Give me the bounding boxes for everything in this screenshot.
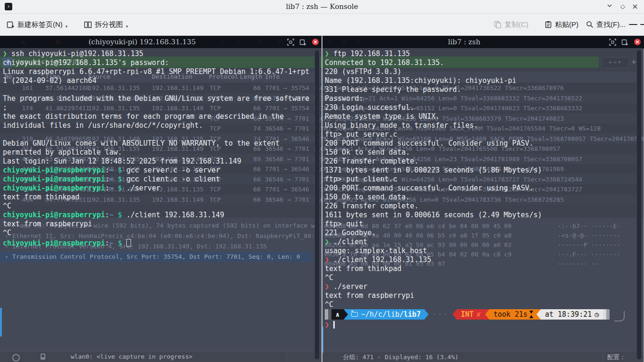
maximize-pane-icon[interactable] xyxy=(287,39,294,46)
tab-right[interactable]: lib7 : zsh xyxy=(322,36,644,48)
terminal-line: text from thinkpad xyxy=(3,193,322,202)
terminal-line: text from thinkpad xyxy=(325,264,644,273)
copy-icon xyxy=(494,21,502,28)
minimize-button[interactable] xyxy=(605,2,614,11)
scrollbar-left[interactable] xyxy=(314,50,320,360)
terminal-line: 220 (vsFTPd 3.0.3) xyxy=(325,67,644,76)
maximize-pane-icon[interactable] xyxy=(609,39,616,46)
terminal-line: ftp> put server.c xyxy=(325,130,644,139)
terminal-line: permitted by applicable law. xyxy=(3,148,322,157)
close-tab-icon[interactable] xyxy=(312,38,319,46)
clock-icon: ◷ xyxy=(594,310,599,319)
prompt-duration-segment: took 21s xyxy=(489,309,537,320)
terminal-line: The programs included with the Debian GN… xyxy=(3,94,322,103)
terminal-line: chiyoyuki-pi@192.168.31.135's password: xyxy=(3,58,322,67)
detach-tab-icon[interactable] xyxy=(621,39,628,46)
terminal-line: chiyoyuki-pi@raspberrypi:~ $ xyxy=(3,238,322,247)
terminal-line: Connected to 192.168.31.135. xyxy=(325,58,644,67)
terminal-line: 226 Transfer complete. xyxy=(325,157,644,166)
terminal-line: individual files in /usr/share/doc/*/cop… xyxy=(3,121,322,130)
powerline-block xyxy=(603,309,606,320)
error-x-icon: ✘ xyxy=(477,310,481,319)
detach-tab-icon[interactable] xyxy=(299,39,306,46)
window-title: lib7 : zsh — Konsole xyxy=(0,2,644,11)
terminal-line: ; xyxy=(3,103,322,112)
terminal-line: ^C xyxy=(325,300,644,309)
find-button[interactable]: 查找(F)... xyxy=(586,14,626,35)
terminal-line xyxy=(3,130,322,139)
prompt-path-segment: ~/h/c/lib/lib7 xyxy=(348,309,424,320)
chevron-down-icon: ▾ xyxy=(126,24,128,29)
terminal-line: chiyoyuki-pi@raspberrypi:~ $ ./server xyxy=(3,184,322,193)
terminal-line: ^C xyxy=(3,229,322,238)
search-icon xyxy=(586,21,594,28)
terminal-line: text from raspberrypi xyxy=(325,291,644,300)
split-view-button[interactable]: 拆分视图▾ xyxy=(84,14,128,35)
close-tab-icon[interactable] xyxy=(634,38,641,46)
terminal-line: 331 Please specify the password. xyxy=(325,85,644,94)
terminal-cursor xyxy=(333,321,335,329)
copy-button[interactable]: 复制(C) xyxy=(494,14,528,35)
terminal-line: ^C xyxy=(3,202,322,211)
prompt-frame-bracket xyxy=(614,311,625,321)
close-button[interactable]: × xyxy=(631,2,639,11)
terminal-line: 1 (2024-09-02) aarch64 xyxy=(3,76,322,85)
terminal-line: ❯ ./server xyxy=(325,282,644,291)
menu-button[interactable] xyxy=(629,14,644,35)
folder-icon xyxy=(351,312,358,317)
terminal-line: ftp> put client.c xyxy=(325,175,644,184)
new-tab-button[interactable]: 新建标签页(N)▾ xyxy=(7,14,67,35)
copy-label: 复制(C) xyxy=(504,20,528,29)
new-tab-icon xyxy=(7,21,15,29)
terminal-line: ❯ ftp 192.168.31.135 xyxy=(325,49,644,58)
hamburger-icon xyxy=(629,24,637,25)
scrollbar-right[interactable] xyxy=(636,50,642,360)
terminal-line: ❯ ssh chiyoyuki-pi@192.168.31.135 xyxy=(3,49,322,58)
terminal-line: chiyoyuki-pi@raspberrypi:~ $ gcc server.… xyxy=(3,166,322,175)
paste-label: 粘贴(P) xyxy=(555,20,578,29)
split-view-icon xyxy=(84,21,92,29)
terminal-line: text from raspberrypi xyxy=(3,220,322,229)
window-titlebar: › lib7 : zsh — Konsole ◇ × xyxy=(0,0,644,14)
find-label: 查找(F)... xyxy=(596,20,626,29)
tab-left[interactable]: (chiyoyuki-pi) 192.168.31.135 xyxy=(0,36,322,48)
terminal-pane-right: lib7 : zsh ❯ ftp 192.168.31.135Connected… xyxy=(322,36,644,362)
terminal-line: ❯ xyxy=(325,320,644,329)
terminal-line: Debian GNU/Linux comes with ABSOLUTELY N… xyxy=(3,139,322,148)
terminal-line: 150 Ok to send data. xyxy=(325,148,644,157)
terminal-line: 200 PORT command successful. Consider us… xyxy=(325,139,644,148)
powerline-block xyxy=(328,309,331,320)
main-area: ◣■▣●›«»≡≡⊕⊞⊟ ◈ tcp.port == 7701 ×→▾ + No… xyxy=(0,36,644,362)
terminal-line: 200 PORT command successful. Consider us… xyxy=(325,184,644,193)
terminal-line: Using binary mode to transfer files. xyxy=(325,121,644,130)
prompt-filler-dots: ··· xyxy=(432,309,449,320)
terminal-line: ftp> quit xyxy=(325,220,644,229)
terminal-line xyxy=(3,85,322,94)
terminal-line: 221 Goodbye. xyxy=(325,229,644,238)
terminal-line: Remote system type is UNIX. xyxy=(325,112,644,121)
terminal-line: Last login: Sun Jan 12 18:48:52 2025 fro… xyxy=(3,157,322,166)
new-tab-label: 新建标签页(N) xyxy=(17,20,63,29)
tab-left-title: (chiyoyuki-pi) 192.168.31.135 xyxy=(0,38,284,46)
terminal-line: 150 Ok to send data. xyxy=(325,193,644,202)
terminal-line: 1371 bytes sent in 0.000223 seconds (5.8… xyxy=(325,166,644,175)
konsole-toolbar: 新建标签页(N)▾ 拆分视图▾ 复制(C) 粘贴(P) 查找(F)... xyxy=(0,14,644,36)
terminal-line: ❯ ./client 192.168.31.135 xyxy=(325,255,644,264)
pane-divider[interactable] xyxy=(322,36,322,362)
chevron-down-icon: ▾ xyxy=(66,24,68,29)
terminal-pane-left: (chiyoyuki-pi) 192.168.31.135 ❯ ssh chiy… xyxy=(0,36,322,362)
terminal-right[interactable]: ❯ ftp 192.168.31.135Connected to 192.168… xyxy=(322,48,644,362)
split-view-label: 拆分视图 xyxy=(95,20,123,29)
terminal-left[interactable]: ❯ ssh chiyoyuki-pi@192.168.31.135chiyoyu… xyxy=(0,48,322,362)
os-logo-icon: ∧ xyxy=(331,309,344,320)
terminal-line: Name (192.168.31.135:chiyoyuki): chiyoyu… xyxy=(325,76,644,85)
terminal-line: usage: simplex-talk host xyxy=(325,247,644,255)
paste-icon xyxy=(545,21,552,28)
maximize-button[interactable]: ◇ xyxy=(619,2,627,11)
terminal-line: ^C xyxy=(325,273,644,282)
terminal-line: chiyoyuki-pi@raspberrypi:~ $ ./client 19… xyxy=(3,211,322,220)
paste-button[interactable]: 粘贴(P) xyxy=(545,14,578,35)
terminal-line: Linux raspberrypi 6.6.47+rpt-rpi-v8 #1 S… xyxy=(3,67,322,76)
terminal-line: 230 Login successful. xyxy=(325,103,644,112)
prompt-powerline: ∧ ~/h/c/lib/lib7 ··· INT✘ took 21s at 18… xyxy=(325,309,644,320)
